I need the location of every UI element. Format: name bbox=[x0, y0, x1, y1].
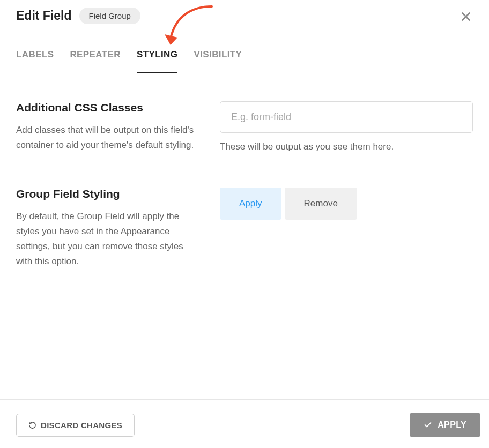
styling-toggle-group: Apply Remove bbox=[220, 188, 473, 220]
section-info: Additional CSS Classes Add classes that … bbox=[16, 101, 198, 153]
tab-bar: LABELS REPEATER STYLING VISIBILITY bbox=[0, 34, 489, 73]
undo-icon bbox=[28, 421, 36, 429]
field-type-badge: Field Group bbox=[79, 8, 140, 24]
discard-changes-button[interactable]: DISCARD CHANGES bbox=[16, 414, 135, 437]
apply-label: APPLY bbox=[438, 420, 466, 430]
section-description: By default, the Group Field will apply t… bbox=[16, 209, 198, 269]
modal-header: Edit Field Field Group bbox=[0, 0, 489, 34]
discard-label: DISCARD CHANGES bbox=[41, 421, 122, 430]
section-title: Group Field Styling bbox=[16, 188, 198, 200]
section-group-field-styling: Group Field Styling By default, the Grou… bbox=[16, 170, 473, 286]
modal-footer: DISCARD CHANGES APPLY bbox=[0, 399, 489, 448]
remove-styling-button[interactable]: Remove bbox=[285, 188, 357, 220]
tab-content: Additional CSS Classes Add classes that … bbox=[0, 73, 489, 399]
input-hint: These will be output as you see them her… bbox=[220, 141, 473, 152]
check-icon bbox=[424, 421, 432, 429]
section-css-classes: Additional CSS Classes Add classes that … bbox=[16, 84, 473, 170]
tab-visibility[interactable]: VISIBILITY bbox=[194, 34, 242, 73]
section-control: These will be output as you see them her… bbox=[220, 101, 473, 153]
close-button[interactable] bbox=[460, 11, 473, 24]
section-control: Apply Remove bbox=[220, 188, 473, 269]
modal-title: Edit Field bbox=[16, 9, 72, 23]
css-classes-input[interactable] bbox=[220, 101, 473, 133]
close-icon bbox=[460, 11, 472, 23]
tab-repeater[interactable]: REPEATER bbox=[70, 34, 121, 73]
section-title: Additional CSS Classes bbox=[16, 101, 198, 114]
edit-field-modal: Edit Field Field Group LABELS REPEATER S… bbox=[0, 0, 489, 448]
section-description: Add classes that will be output on this … bbox=[16, 123, 198, 153]
tab-styling[interactable]: STYLING bbox=[137, 34, 177, 73]
apply-styling-button[interactable]: Apply bbox=[220, 188, 281, 220]
tab-labels[interactable]: LABELS bbox=[16, 34, 54, 73]
apply-button[interactable]: APPLY bbox=[410, 413, 480, 437]
section-info: Group Field Styling By default, the Grou… bbox=[16, 188, 198, 269]
